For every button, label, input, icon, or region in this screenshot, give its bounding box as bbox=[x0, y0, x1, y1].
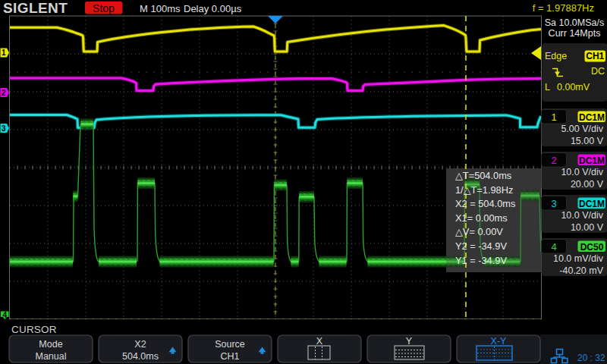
svg-text:Y1 = -34.9V: Y1 = -34.9V bbox=[455, 255, 507, 266]
svg-text:3: 3 bbox=[551, 198, 556, 209]
svg-text:△T=504.0ms: △T=504.0ms bbox=[455, 170, 511, 181]
svg-text:2: 2 bbox=[2, 89, 6, 97]
svg-text:10.00 V: 10.00 V bbox=[571, 222, 604, 233]
svg-text:Source: Source bbox=[215, 339, 245, 350]
svg-text:DC50: DC50 bbox=[580, 242, 604, 253]
svg-text:CH1: CH1 bbox=[586, 51, 604, 61]
svg-text:Y2 = -34.9V: Y2 = -34.9V bbox=[455, 240, 507, 252]
svg-text:15.00 V: 15.00 V bbox=[571, 136, 604, 146]
svg-text:504.0ms: 504.0ms bbox=[122, 351, 159, 362]
svg-text:4: 4 bbox=[551, 241, 556, 253]
svg-text:10.0 V/div: 10.0 V/div bbox=[561, 210, 603, 221]
svg-text:Edge: Edge bbox=[545, 51, 567, 61]
svg-text:20.00 V: 20.00 V bbox=[571, 179, 604, 190]
svg-text:X1= 0.00ms: X1= 0.00ms bbox=[455, 212, 508, 224]
svg-text:DC1M: DC1M bbox=[579, 112, 605, 123]
svg-text:Curr 14Mpts: Curr 14Mpts bbox=[549, 28, 601, 39]
svg-text:2: 2 bbox=[551, 155, 556, 166]
svg-text:M 100ms: M 100ms bbox=[140, 3, 181, 14]
svg-text:X: X bbox=[316, 336, 323, 347]
svg-text:4: 4 bbox=[2, 311, 7, 319]
svg-text:20 : 32: 20 : 32 bbox=[577, 353, 605, 363]
svg-text:△V= 0.00V: △V= 0.00V bbox=[455, 226, 503, 237]
svg-text:X2 = 504.0ms: X2 = 504.0ms bbox=[455, 198, 515, 209]
svg-text:5.00 V/div: 5.00 V/div bbox=[561, 124, 603, 134]
svg-text:10.0 mV/div: 10.0 mV/div bbox=[553, 253, 604, 264]
svg-text:CH1: CH1 bbox=[220, 351, 239, 362]
svg-text:Stop: Stop bbox=[93, 2, 115, 14]
svg-text:10.0 V/div: 10.0 V/div bbox=[561, 167, 603, 177]
svg-text:Sa 10.0MSa/s: Sa 10.0MSa/s bbox=[545, 17, 605, 28]
svg-text:DC1M: DC1M bbox=[579, 199, 605, 209]
svg-text:DC1M: DC1M bbox=[579, 155, 605, 166]
svg-text:Y: Y bbox=[406, 336, 413, 347]
svg-text:0.00mV: 0.00mV bbox=[557, 82, 590, 93]
svg-text:L: L bbox=[545, 82, 550, 93]
svg-text:-40.20 mV: -40.20 mV bbox=[559, 265, 603, 276]
svg-text:1: 1 bbox=[2, 49, 6, 57]
svg-text:1/△T=1.98Hz: 1/△T=1.98Hz bbox=[455, 184, 513, 196]
svg-text:X-Y: X-Y bbox=[491, 336, 508, 347]
svg-text:3: 3 bbox=[2, 124, 6, 133]
svg-text:Manual: Manual bbox=[36, 351, 67, 362]
svg-text:f = 1.97887Hz: f = 1.97887Hz bbox=[533, 2, 594, 14]
svg-text:DC: DC bbox=[591, 66, 605, 77]
svg-text:SIGLENT: SIGLENT bbox=[3, 0, 68, 16]
svg-text:1: 1 bbox=[551, 111, 556, 123]
svg-text:Delay 0.00µs: Delay 0.00µs bbox=[184, 3, 242, 14]
svg-text:CURSOR: CURSOR bbox=[11, 324, 57, 335]
svg-text:Mode: Mode bbox=[39, 339, 62, 350]
svg-text:X2: X2 bbox=[134, 339, 146, 350]
